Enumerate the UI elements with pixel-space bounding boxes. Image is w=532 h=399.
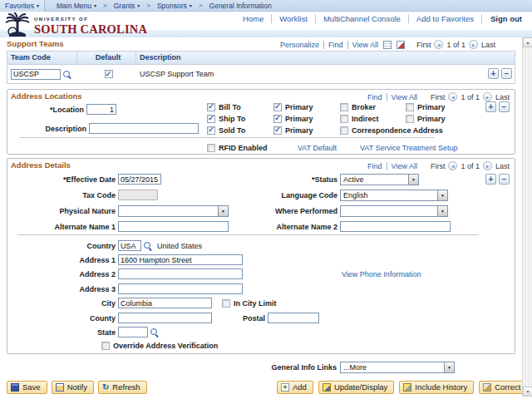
general-info-links-select[interactable]: ...More ▼ (340, 362, 455, 373)
address1-input[interactable] (118, 254, 243, 265)
in-city-limit-checkbox[interactable] (222, 299, 230, 308)
add-row-icon[interactable]: + (485, 174, 496, 185)
override-address-verification-checkbox[interactable] (101, 342, 110, 350)
menu-main-menu[interactable]: Main Menu ▾ (52, 0, 101, 12)
broker-primary-checkbox[interactable] (406, 103, 414, 111)
find-link[interactable]: Find (367, 93, 382, 101)
language-code-label: Language Code (232, 191, 337, 200)
first-label[interactable]: First (416, 41, 431, 49)
add-row-icon[interactable]: + (485, 101, 496, 112)
menu-grants-label: Grants (114, 2, 135, 10)
scroll-up-icon[interactable]: ▲ (523, 37, 532, 47)
team-code-input[interactable] (11, 69, 61, 80)
last-label[interactable]: Last (495, 162, 510, 170)
notify-button[interactable]: Notify (52, 381, 94, 394)
refresh-button[interactable]: ↻ Refresh (98, 381, 147, 394)
delete-row-icon[interactable]: − (499, 174, 510, 185)
alternate-name1-input[interactable] (118, 221, 229, 232)
state-lookup-icon[interactable] (150, 328, 159, 337)
sold-to-checkbox[interactable]: ✓ (207, 126, 215, 135)
rfid-enabled-checkbox[interactable] (207, 144, 215, 152)
previous-row-icon[interactable]: ◄ (448, 92, 457, 101)
country-lookup-icon[interactable] (143, 241, 152, 250)
download-grid-icon[interactable] (383, 41, 392, 49)
menu-favorites[interactable]: Favorites ▾ (0, 0, 45, 12)
location-label: *Location (7, 106, 84, 114)
update-display-button[interactable]: Update/Display (318, 381, 394, 394)
last-label[interactable]: Last (495, 93, 510, 101)
language-code-select[interactable]: English ▼ (340, 190, 448, 201)
ship-to-checkbox[interactable]: ✓ (207, 115, 215, 123)
support-teams-grid: Team Code Default Description ✓ USCSP Su… (7, 51, 515, 84)
team-code-lookup-icon[interactable] (62, 70, 71, 79)
multichannel-console-link[interactable]: MultiChannel Console (315, 14, 408, 23)
support-teams-gridbar: Personalize Find View All First ◄ 1 of 1… (280, 38, 495, 51)
indirect-primary-checkbox[interactable] (406, 115, 414, 123)
tax-code-input (118, 190, 158, 200)
breadcrumb-separator: > (145, 2, 152, 9)
location-input[interactable] (86, 104, 116, 115)
delete-row-icon[interactable]: − (499, 101, 510, 112)
vat-service-treatment-setup-link[interactable]: VAT Service Treatment Setup (360, 144, 458, 152)
next-row-icon[interactable]: ► (483, 161, 492, 170)
indirect-checkbox[interactable] (340, 115, 348, 123)
home-link[interactable]: Home (235, 14, 271, 23)
find-link[interactable]: Find (323, 41, 343, 49)
correspondence-address-checkbox[interactable] (340, 126, 348, 135)
status-select[interactable]: Active ▼ (340, 174, 419, 185)
support-teams-grid-header: Team Code Default Description (7, 52, 515, 65)
view-all-link[interactable]: View All (387, 162, 417, 170)
chevron-down-icon: ▾ (190, 2, 192, 8)
postal-input[interactable] (268, 313, 319, 323)
export-to-excel-icon[interactable] (397, 41, 405, 49)
add-row-icon[interactable]: + (488, 68, 499, 79)
ship-to-primary-checkbox[interactable]: ✓ (273, 115, 282, 123)
default-checkbox[interactable]: ✓ (105, 70, 113, 78)
last-label[interactable]: Last (481, 41, 495, 49)
view-all-link[interactable]: View All (387, 93, 417, 101)
address-locations-title: Address Locations (11, 91, 82, 101)
state-input[interactable] (118, 327, 148, 337)
column-default: Default (77, 52, 136, 64)
find-link[interactable]: Find (367, 162, 382, 170)
address3-input[interactable] (118, 283, 243, 294)
view-phone-information-link[interactable]: View Phone Information (342, 270, 421, 278)
bill-to-primary-checkbox[interactable]: ✓ (273, 103, 282, 111)
vat-default-link[interactable]: VAT Default (298, 144, 337, 152)
update-display-icon (323, 383, 331, 392)
alternate-name2-input[interactable] (340, 221, 451, 232)
where-performed-select[interactable]: ▼ (340, 205, 448, 217)
sold-to-primary-checkbox[interactable]: ✓ (273, 126, 282, 135)
location-description-input[interactable] (89, 123, 199, 134)
page-toolbar-right: + Add Update/Display Include History Cor… (277, 381, 532, 393)
chevron-down-icon: ▾ (137, 2, 140, 8)
menu-sponsors[interactable]: Sponsors ▾ (152, 0, 197, 12)
previous-row-icon[interactable]: ◄ (448, 161, 457, 170)
view-all-link[interactable]: View All (347, 41, 378, 49)
broker-checkbox[interactable] (340, 103, 348, 111)
city-input[interactable] (118, 298, 212, 308)
first-label[interactable]: First (431, 93, 446, 101)
menu-sponsors-label: Sponsors (157, 2, 187, 10)
add-to-favorites-link[interactable]: Add to Favorites (408, 14, 481, 23)
include-history-button[interactable]: Include History (399, 381, 474, 394)
country-input[interactable] (118, 240, 141, 251)
bill-to-checkbox[interactable]: ✓ (207, 103, 215, 111)
personalize-link[interactable]: Personalize (280, 41, 319, 49)
menu-grants[interactable]: Grants ▾ (109, 0, 145, 12)
add-button[interactable]: + Add (277, 381, 313, 394)
dropdown-arrow-icon: ▼ (218, 206, 228, 216)
delete-row-icon[interactable]: − (501, 68, 512, 79)
physical-nature-select[interactable]: ▼ (118, 205, 229, 217)
effective-date-input[interactable] (118, 174, 161, 185)
worklist-link[interactable]: Worklist (271, 14, 315, 23)
previous-row-icon[interactable]: ◄ (434, 40, 443, 49)
next-row-icon[interactable]: ► (469, 40, 478, 49)
scroll-down-icon[interactable]: ▼ (523, 387, 532, 397)
vertical-scrollbar[interactable]: ▲ ▼ (522, 37, 532, 397)
save-button[interactable]: Save (7, 381, 47, 394)
address2-input[interactable] (118, 268, 243, 279)
sign-out-link[interactable]: Sign out (481, 14, 524, 23)
county-input[interactable] (118, 313, 212, 323)
first-label[interactable]: First (431, 162, 446, 170)
